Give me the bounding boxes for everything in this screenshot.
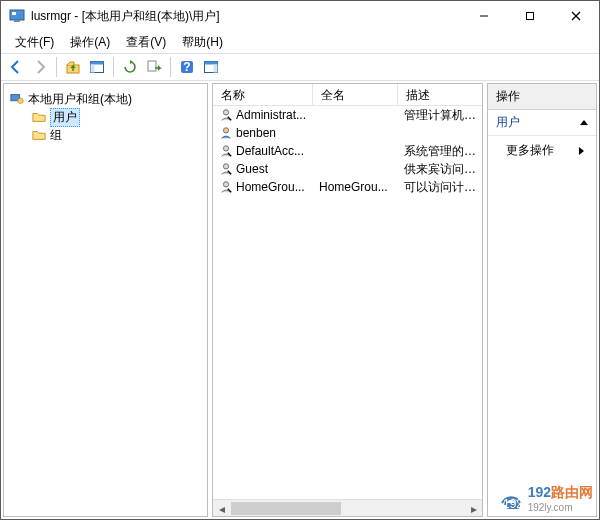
export-list-button[interactable] (143, 56, 165, 78)
cell-desc: 供来宾访问计算机 (398, 161, 482, 178)
actions-more-label: 更多操作 (506, 142, 554, 159)
scroll-thumb[interactable] (231, 502, 341, 515)
scroll-left-arrow[interactable]: ◂ (213, 500, 230, 517)
list-row[interactable]: HomeGrou... HomeGrou... 可以访问计算机的 (213, 178, 482, 196)
refresh-button[interactable] (119, 56, 141, 78)
show-hide-action-pane-button[interactable] (200, 56, 222, 78)
cell-desc: 系统管理的用户帐 (398, 143, 482, 160)
toolbar-divider (170, 57, 171, 77)
actions-section[interactable]: 用户 (488, 110, 596, 136)
svg-rect-10 (91, 65, 95, 73)
toolbar-divider (56, 57, 57, 77)
tree-users[interactable]: 用户 (8, 108, 203, 126)
svg-rect-9 (91, 62, 104, 65)
list-row[interactable]: DefaultAcc... 系统管理的用户帐 (213, 142, 482, 160)
titlebar: lusrmgr - [本地用户和组(本地)\用户] (1, 1, 599, 31)
tree-root[interactable]: 本地用户和组(本地) (8, 90, 203, 108)
user-icon (219, 126, 233, 140)
minimize-button[interactable] (461, 1, 507, 31)
forward-button[interactable] (29, 56, 51, 78)
user-disabled-icon (219, 108, 233, 122)
chevron-right-icon (579, 147, 584, 155)
svg-rect-4 (527, 13, 534, 20)
close-button[interactable] (553, 1, 599, 31)
scroll-right-arrow[interactable]: ▸ (465, 500, 482, 517)
actions-header: 操作 (488, 84, 596, 110)
svg-point-22 (223, 164, 228, 169)
computer-users-icon (10, 92, 24, 106)
show-hide-tree-button[interactable] (86, 56, 108, 78)
cell-desc: 可以访问计算机的 (398, 179, 482, 196)
tree-pane: 本地用户和组(本地) 用户 组 (3, 83, 208, 517)
cell-name: HomeGrou... (236, 180, 305, 194)
back-button[interactable] (5, 56, 27, 78)
svg-rect-2 (14, 20, 20, 22)
col-name[interactable]: 名称 (213, 84, 313, 105)
window-title: lusrmgr - [本地用户和组(本地)\用户] (31, 8, 461, 25)
svg-point-20 (223, 128, 228, 133)
collapse-icon (580, 120, 588, 125)
horizontal-scrollbar[interactable]: ◂ ▸ (213, 499, 482, 516)
toolbar: ? (1, 53, 599, 81)
menubar: 文件(F) 操作(A) 查看(V) 帮助(H) (1, 31, 599, 53)
menu-view[interactable]: 查看(V) (118, 32, 174, 53)
cell-fullname: HomeGrou... (313, 180, 398, 194)
col-fullname[interactable]: 全名 (313, 84, 398, 105)
actions-section-label: 用户 (496, 114, 520, 131)
svg-rect-16 (214, 65, 218, 73)
cell-name: benben (236, 126, 276, 140)
list-header: 名称 全名 描述 (213, 84, 482, 106)
svg-point-19 (223, 110, 228, 115)
user-disabled-icon (219, 144, 233, 158)
body: 本地用户和组(本地) 用户 组 名称 全名 描述 Administrat... (1, 81, 599, 519)
svg-text:?: ? (183, 60, 190, 74)
cell-name: Guest (236, 162, 268, 176)
col-description[interactable]: 描述 (398, 84, 482, 105)
svg-rect-15 (205, 62, 218, 65)
menu-file[interactable]: 文件(F) (7, 32, 62, 53)
list-row[interactable]: Guest 供来宾访问计算机 (213, 160, 482, 178)
cell-name: DefaultAcc... (236, 144, 304, 158)
list-row[interactable]: benben (213, 124, 482, 142)
app-icon (9, 8, 25, 24)
actions-pane: 操作 用户 更多操作 (487, 83, 597, 517)
user-disabled-icon (219, 162, 233, 176)
help-button[interactable]: ? (176, 56, 198, 78)
menu-action[interactable]: 操作(A) (62, 32, 118, 53)
tree-users-label: 用户 (50, 108, 80, 127)
actions-more[interactable]: 更多操作 (488, 136, 596, 165)
svg-point-18 (18, 98, 23, 103)
menu-help[interactable]: 帮助(H) (174, 32, 231, 53)
svg-rect-11 (148, 61, 156, 71)
list-body: Administrat... 管理计算机(域)的 benben DefaultA… (213, 106, 482, 499)
cell-desc: 管理计算机(域)的 (398, 107, 482, 124)
folder-icon (32, 110, 46, 124)
window: lusrmgr - [本地用户和组(本地)\用户] 文件(F) 操作(A) 查看… (0, 0, 600, 520)
cell-name: Administrat... (236, 108, 306, 122)
folder-icon (32, 128, 46, 142)
toolbar-divider (113, 57, 114, 77)
user-disabled-icon (219, 180, 233, 194)
tree-root-label: 本地用户和组(本地) (28, 91, 132, 108)
list-pane: 名称 全名 描述 Administrat... 管理计算机(域)的 benben… (212, 83, 483, 517)
maximize-button[interactable] (507, 1, 553, 31)
svg-point-21 (223, 146, 228, 151)
list-row[interactable]: Administrat... 管理计算机(域)的 (213, 106, 482, 124)
tree-groups-label: 组 (50, 127, 62, 144)
tree-groups[interactable]: 组 (8, 126, 203, 144)
up-level-button[interactable] (62, 56, 84, 78)
svg-point-23 (223, 182, 228, 187)
svg-rect-1 (12, 12, 16, 15)
